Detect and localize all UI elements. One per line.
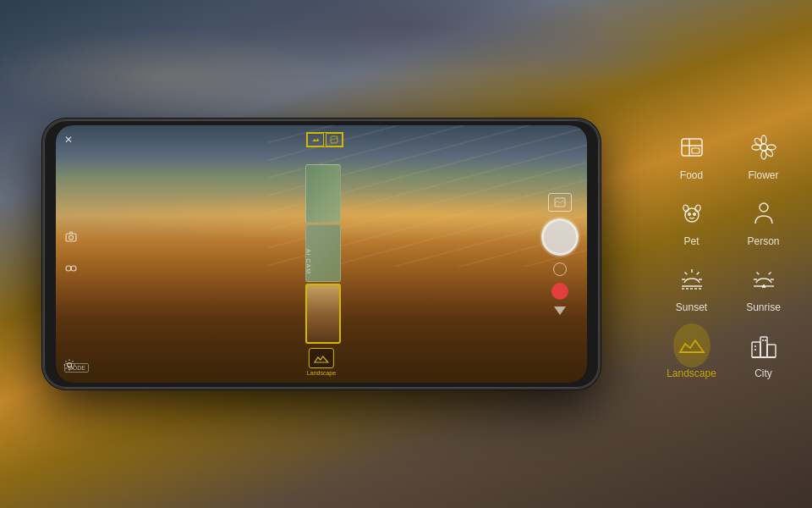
sunrise-icon	[745, 261, 782, 298]
food-icon	[673, 129, 710, 166]
ai-mode-flower[interactable]: Flower	[732, 129, 795, 181]
svg-point-4	[71, 266, 76, 271]
landscape-active-bg	[673, 323, 710, 367]
pet-label: Pet	[683, 235, 699, 247]
landscape-cam-icon	[309, 348, 334, 368]
pet-icon	[673, 195, 710, 232]
svg-rect-29	[767, 345, 776, 357]
svg-point-22	[693, 213, 695, 216]
flash-icon[interactable]: ✕	[64, 134, 73, 146]
svg-point-19	[682, 204, 689, 213]
camera-viewfinder: ✕ .	[56, 125, 587, 383]
svg-point-2	[69, 235, 74, 240]
sunrise-label: Sunrise	[746, 301, 781, 313]
flower-icon	[745, 129, 782, 166]
svg-rect-31	[762, 340, 764, 341]
camera-ui: ✕ .	[56, 125, 587, 383]
mode-box-mountain[interactable]	[326, 133, 343, 146]
svg-rect-32	[765, 340, 766, 341]
filter-icon[interactable]	[64, 262, 78, 278]
ai-mode-sunset[interactable]: Sunset	[660, 261, 723, 313]
person-label: Person	[747, 235, 779, 247]
timer-icon[interactable]	[553, 262, 567, 276]
landscape-icon	[673, 327, 710, 364]
ai-mode-pet[interactable]: Pet	[660, 195, 723, 247]
sunset-icon	[673, 261, 710, 298]
svg-point-20	[694, 204, 700, 213]
phone-screen: ✕ .	[56, 125, 587, 383]
sunset-label: Sunset	[676, 301, 707, 313]
svg-rect-34	[754, 349, 756, 351]
ai-mode-city[interactable]: City	[732, 327, 795, 379]
ai-mode-person[interactable]: Person	[732, 195, 795, 247]
person-icon	[745, 195, 782, 232]
thumb-3-active[interactable]	[305, 284, 341, 344]
ai-cam-label: AI CAM	[305, 249, 311, 274]
top-icons-bar: ✕ .	[64, 132, 579, 147]
landscape-cam-label: Landscape	[307, 370, 336, 376]
landscape-label: Landscape	[667, 367, 716, 379]
record-button[interactable]	[551, 283, 568, 300]
more-options-icon[interactable]	[554, 306, 566, 315]
shutter-button[interactable]	[541, 218, 579, 256]
svg-rect-1	[66, 234, 76, 241]
mode-box-landscape[interactable]	[307, 133, 324, 146]
mode-selector[interactable]	[306, 132, 343, 147]
settings-icon[interactable]	[63, 358, 76, 374]
ai-mode-sunrise[interactable]: Sunrise	[732, 261, 795, 313]
svg-rect-10	[692, 148, 700, 153]
right-controls	[541, 193, 579, 315]
city-label: City	[754, 367, 772, 379]
food-label: Food	[680, 169, 703, 181]
svg-point-3	[66, 266, 71, 271]
svg-point-18	[685, 208, 699, 222]
gallery-button[interactable]	[548, 193, 572, 212]
volume-button[interactable]	[599, 201, 601, 226]
svg-rect-33	[754, 345, 756, 347]
svg-point-21	[688, 213, 690, 216]
ai-mode-food[interactable]: Food	[660, 129, 723, 181]
flower-label: Flower	[748, 169, 778, 181]
power-button[interactable]	[599, 268, 601, 283]
svg-point-23	[760, 203, 768, 212]
camera-flip-icon[interactable]	[64, 230, 78, 246]
city-icon	[745, 327, 782, 364]
landscape-indicator: Landscape	[307, 348, 336, 376]
ai-mode-landscape[interactable]: Landscape	[660, 327, 723, 379]
left-icons-bar	[64, 230, 78, 278]
thumb-1[interactable]	[305, 164, 341, 223]
ai-modes-panel: Food Flower	[660, 129, 795, 379]
phone-wrapper: ✕ .	[42, 119, 601, 389]
phone-device: ✕ .	[42, 119, 601, 389]
svg-point-5	[68, 363, 72, 367]
